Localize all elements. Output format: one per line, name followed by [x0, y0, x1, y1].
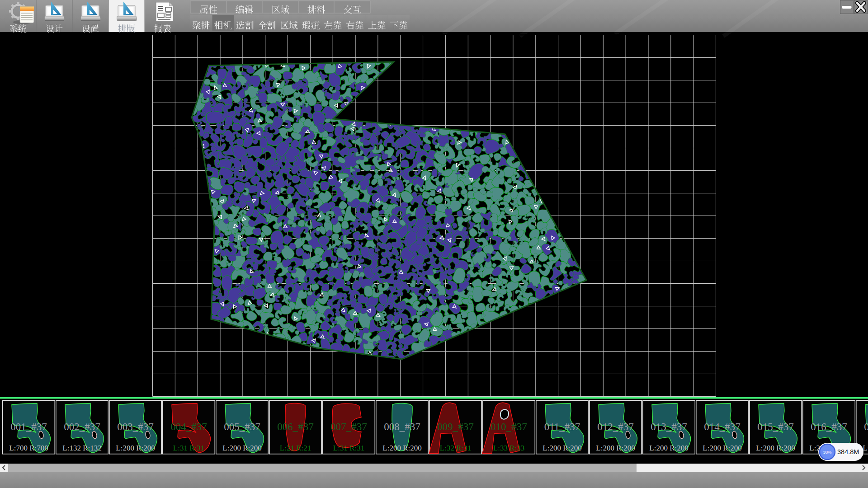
svg-text:L:132 R:132: L:132 R:132: [62, 444, 101, 452]
svg-text:013_#37: 013_#37: [651, 421, 687, 432]
svg-text:016_#37: 016_#37: [811, 421, 847, 432]
svg-text:L:200 R:200: L:200 R:200: [382, 444, 421, 452]
svg-text:L:200 R:200: L:200 R:200: [863, 444, 868, 452]
svg-text:014_#37: 014_#37: [704, 421, 741, 432]
svg-text:L:200 R:200: L:200 R:200: [756, 444, 795, 452]
svg-text:L:200 R:200: L:200 R:200: [116, 444, 155, 452]
svg-text:017_#37: 017_#37: [864, 421, 868, 432]
svg-text:L:33 R:33: L:33 R:33: [493, 444, 524, 452]
svg-text:L:200 R:200: L:200 R:200: [703, 444, 741, 452]
svg-text:L:21 R:21: L:21 R:21: [280, 444, 311, 452]
svg-text:002_#37: 002_#37: [64, 421, 100, 432]
svg-text:L:700 R:700: L:700 R:700: [9, 444, 48, 452]
svg-text:L:200 R:200: L:200 R:200: [596, 444, 635, 452]
svg-text:008_#37: 008_#37: [384, 421, 420, 432]
svg-text:007_#37: 007_#37: [330, 421, 367, 432]
svg-text:38%: 38%: [823, 450, 832, 455]
svg-text:011_#37: 011_#37: [544, 421, 580, 432]
svg-text:L:32 R:31: L:32 R:31: [440, 444, 471, 452]
svg-text:L:200 R:200: L:200 R:200: [222, 444, 261, 452]
svg-text:015_#37: 015_#37: [757, 421, 794, 432]
svg-text:L:200 R:200: L:200 R:200: [649, 444, 688, 452]
svg-text:L:31 R:31: L:31 R:31: [173, 444, 204, 452]
svg-text:L:200 R:200: L:200 R:200: [542, 444, 581, 452]
svg-text:006_#37: 006_#37: [277, 421, 314, 432]
svg-text:004_#37: 004_#37: [170, 421, 207, 432]
svg-text:005_#37: 005_#37: [224, 421, 260, 432]
svg-text:L:31 R:31: L:31 R:31: [333, 444, 364, 452]
svg-text:010_#37: 010_#37: [491, 421, 527, 432]
svg-text:003_#37: 003_#37: [117, 421, 154, 432]
svg-text:001_#37: 001_#37: [10, 421, 47, 432]
svg-text:384.8M: 384.8M: [837, 448, 859, 455]
svg-text:012_#37: 012_#37: [597, 421, 634, 432]
svg-text:009_#37: 009_#37: [437, 421, 474, 432]
